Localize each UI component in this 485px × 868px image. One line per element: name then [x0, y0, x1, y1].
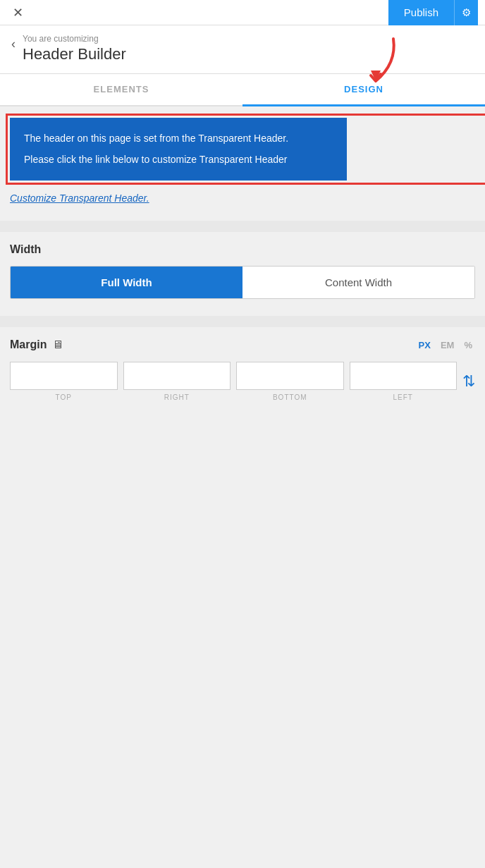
margin-right-label: RIGHT: [164, 393, 190, 401]
tabs-bar: ELEMENTS DESIGN: [0, 74, 485, 106]
customizing-title: Header Builder: [23, 45, 126, 63]
margin-bottom-group: BOTTOM: [236, 362, 344, 401]
width-section: Width Full Width Content Width: [10, 243, 475, 299]
tab-design[interactable]: DESIGN: [242, 74, 485, 106]
gear-button[interactable]: ⚙: [454, 0, 478, 25]
margin-bottom-label: BOTTOM: [273, 393, 307, 401]
width-options: Full Width Content Width: [10, 266, 475, 299]
margin-inputs: TOP RIGHT BOTTOM LEFT ⇅: [10, 362, 475, 401]
back-button[interactable]: ‹: [11, 37, 16, 51]
top-bar-left: ✕: [7, 2, 29, 23]
unit-pct-button[interactable]: %: [461, 338, 475, 352]
section-gap-2: [0, 316, 485, 327]
margin-top-group: TOP: [10, 362, 118, 401]
unit-em-button[interactable]: EM: [438, 338, 458, 352]
publish-button[interactable]: Publish: [388, 0, 454, 25]
margin-right-input[interactable]: [123, 362, 231, 390]
margin-left-label: LEFT: [393, 393, 413, 401]
section-gap-1: [0, 221, 485, 232]
tab-elements[interactable]: ELEMENTS: [0, 74, 242, 106]
close-button[interactable]: ✕: [7, 2, 29, 23]
customizing-label: You are customizing: [23, 34, 126, 44]
margin-left-input[interactable]: [350, 362, 458, 390]
info-box: The header on this page is set from the …: [10, 118, 347, 181]
margin-left-group: LEFT: [350, 362, 458, 401]
width-label: Width: [10, 243, 475, 256]
customizing-text: You are customizing Header Builder: [23, 34, 126, 63]
customize-transparent-header-link[interactable]: Customize Transparent Header.: [10, 192, 149, 204]
info-box-wrapper: The header on this page is set from the …: [10, 118, 475, 181]
content-width-option[interactable]: Content Width: [242, 267, 474, 298]
info-line-2: Please click the link below to customize…: [24, 152, 333, 167]
info-line-1: The header on this page is set from the …: [24, 130, 333, 146]
customizing-bar: ‹ You are customizing Header Builder: [0, 25, 485, 74]
margin-section: Margin 🖥 PX EM % TOP RIGHT BOTTOM: [10, 338, 475, 401]
main-content: The header on this page is set from the …: [0, 106, 485, 412]
margin-right-group: RIGHT: [123, 362, 231, 401]
margin-top-input[interactable]: [10, 362, 118, 390]
link-margins-icon[interactable]: ⇅: [462, 372, 475, 391]
margin-label-group: Margin 🖥: [10, 338, 63, 351]
margin-top-label: TOP: [56, 393, 72, 401]
full-width-option[interactable]: Full Width: [11, 267, 242, 298]
margin-label: Margin: [10, 338, 47, 351]
top-bar-right: Publish ⚙: [388, 0, 478, 25]
unit-options: PX EM %: [416, 338, 475, 352]
margin-header: Margin 🖥 PX EM %: [10, 338, 475, 352]
unit-px-button[interactable]: PX: [416, 338, 434, 352]
margin-bottom-input[interactable]: [236, 362, 344, 390]
top-bar: ✕ Publish ⚙: [0, 0, 485, 25]
monitor-icon: 🖥: [52, 338, 63, 351]
